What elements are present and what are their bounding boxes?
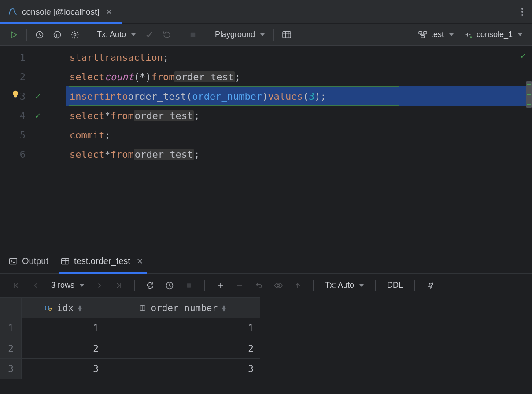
separator — [414, 280, 415, 291]
cell[interactable]: 2 — [105, 338, 260, 359]
session-dropdown[interactable]: console_1 — [460, 30, 526, 39]
stop-reload-button — [181, 278, 196, 293]
table-view-button[interactable] — [279, 27, 294, 42]
chevron-down-icon — [518, 33, 522, 36]
panel-tab-bar: Output test.order_test ✕ — [0, 249, 532, 274]
chevron-down-icon — [80, 284, 84, 287]
svg-rect-9 — [421, 35, 424, 37]
chevron-down-icon — [131, 33, 136, 36]
result-tx-dropdown[interactable]: Tx: Auto — [321, 281, 367, 290]
table-row[interactable]: 1 1 1 — [0, 318, 260, 338]
code-line[interactable]: select * from order_test; — [66, 145, 532, 164]
schema-dropdown[interactable]: test — [414, 30, 457, 39]
schema-icon — [418, 31, 428, 39]
playground-dropdown[interactable]: Playground — [211, 30, 268, 39]
cell[interactable]: 1 — [105, 318, 260, 338]
prev-page-button — [28, 278, 43, 293]
separator — [134, 280, 135, 291]
separator — [180, 29, 180, 41]
separator — [375, 280, 376, 291]
output-tab-label: Output — [22, 256, 48, 266]
tx-mode-label: Tx: Auto — [97, 30, 126, 39]
tab-title: console [@localhost] — [22, 7, 100, 17]
corner-cell — [0, 298, 22, 318]
reload-button[interactable] — [143, 278, 158, 293]
check-icon: ✓ — [35, 110, 41, 121]
result-tab-label: test.order_test — [74, 256, 130, 266]
revert-button — [251, 278, 266, 293]
svg-point-16 — [277, 284, 279, 286]
line-number: 2 — [18, 71, 26, 82]
table-row[interactable]: 3 3 3 — [0, 359, 260, 379]
tab-close-button[interactable]: ✕ — [104, 6, 114, 18]
history-button[interactable] — [32, 27, 47, 42]
cell[interactable]: 3 — [22, 359, 105, 379]
code-line[interactable]: insert into order_test(order_number) val… — [66, 86, 532, 106]
row-number: 3 — [0, 359, 22, 379]
key-icon — [44, 305, 52, 312]
editor-toolbar: p Tx: Auto Playground — [0, 24, 532, 46]
sort-indicator: ▲▼ — [78, 305, 81, 311]
code-line[interactable]: select * from order_test; — [66, 106, 532, 125]
cell[interactable]: 3 — [105, 359, 260, 379]
line-number: 5 — [18, 130, 26, 141]
auto-reload-button[interactable] — [162, 278, 177, 293]
chevron-down-icon — [359, 284, 364, 287]
code-line[interactable]: commit; — [66, 125, 532, 145]
ddl-button[interactable]: DDL — [384, 281, 406, 290]
line-number: 6 — [18, 149, 26, 160]
schema-label: test — [431, 30, 444, 39]
table-row[interactable]: 2 2 2 — [0, 338, 260, 359]
tx-mode-dropdown[interactable]: Tx: Auto — [93, 30, 139, 39]
column-icon — [139, 305, 146, 312]
svg-rect-5 — [191, 32, 196, 37]
result-tab-close[interactable]: ✕ — [135, 256, 145, 267]
editor-tab-bar: console [@localhost] ✕ — [0, 0, 532, 24]
terminal-icon — [9, 257, 18, 265]
output-tab[interactable]: Output — [9, 249, 48, 273]
inspection-status-icon[interactable]: ✓ — [521, 50, 526, 61]
chevron-down-icon — [260, 33, 265, 36]
svg-text:p: p — [56, 33, 58, 37]
explain-button[interactable]: p — [50, 27, 65, 42]
line-number: 3 — [18, 91, 26, 102]
tab-bar-menu-button[interactable] — [521, 8, 523, 16]
settings-button[interactable] — [67, 27, 82, 42]
column-header-order-number[interactable]: order_number ▲▼ — [105, 298, 260, 318]
separator — [313, 280, 314, 291]
svg-rect-12 — [10, 258, 17, 264]
code-line[interactable]: select count(*) from order_test; — [66, 67, 532, 86]
pin-button[interactable] — [423, 278, 438, 293]
cell[interactable]: 2 — [22, 338, 105, 359]
editor-code-area[interactable]: start transaction; select count(*) from … — [66, 46, 532, 249]
cell[interactable]: 1 — [22, 318, 105, 338]
svg-rect-8 — [424, 31, 427, 33]
result-tab[interactable]: test.order_test ✕ — [61, 249, 145, 273]
row-number: 1 — [0, 318, 22, 338]
svg-point-0 — [10, 9, 11, 10]
run-button[interactable] — [6, 27, 21, 42]
column-name: idx — [57, 303, 74, 313]
result-grid[interactable]: idx ▲▼ order_number ▲▼ — [0, 297, 532, 394]
line-number: 4 — [18, 110, 26, 121]
svg-point-10 — [470, 36, 472, 38]
delete-row-button — [232, 278, 247, 293]
svg-rect-15 — [187, 283, 191, 287]
playground-label: Playground — [215, 30, 255, 39]
code-line[interactable]: start transaction; — [66, 48, 532, 67]
svg-point-4 — [74, 33, 76, 36]
rows-count-dropdown[interactable]: 3 rows — [48, 281, 88, 290]
sort-indicator: ▲▼ — [222, 305, 225, 311]
editor-gutter: 1 2 3✓ 4✓ 5 6 — [0, 46, 66, 249]
sql-editor[interactable]: 1 2 3✓ 4✓ 5 6 start transaction; select … — [0, 46, 532, 249]
column-header-idx[interactable]: idx ▲▼ — [22, 298, 105, 318]
editor-tab-console[interactable]: console [@localhost] ✕ — [0, 0, 122, 23]
separator — [26, 29, 27, 41]
add-row-button[interactable] — [213, 278, 228, 293]
last-page-button — [111, 278, 126, 293]
first-page-button — [9, 278, 24, 293]
chevron-down-icon — [449, 33, 454, 36]
next-page-button — [92, 278, 107, 293]
error-stripe — [527, 84, 531, 105]
separator — [273, 29, 274, 41]
